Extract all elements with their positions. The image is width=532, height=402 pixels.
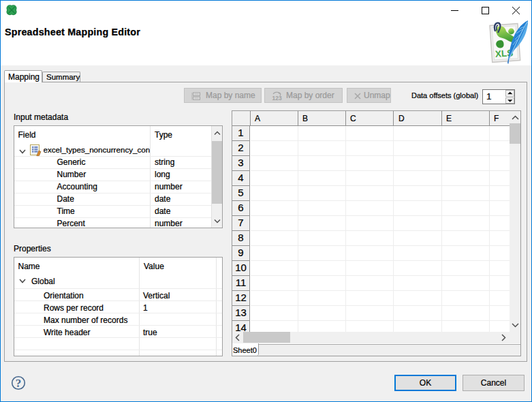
svg-text:123: 123 — [272, 95, 282, 102]
svg-text:?: ? — [16, 377, 22, 390]
